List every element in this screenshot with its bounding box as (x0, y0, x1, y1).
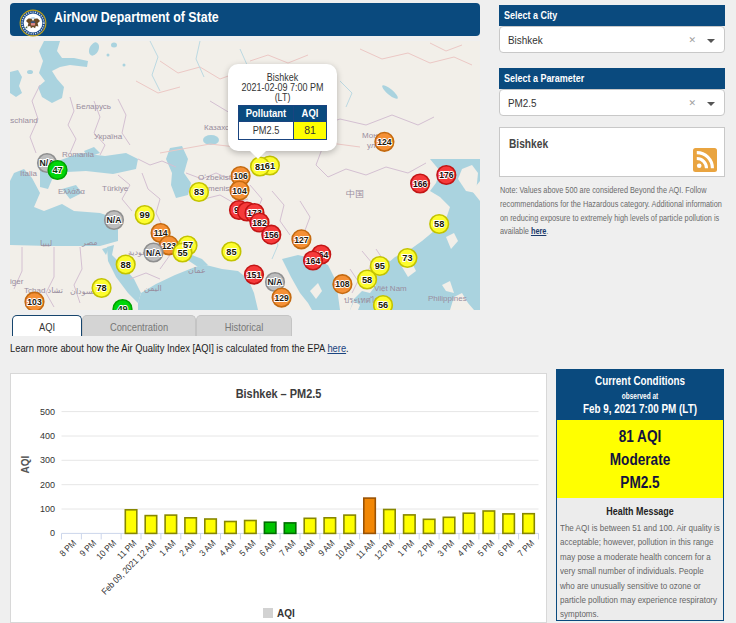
svg-text:78: 78 (96, 283, 106, 293)
svg-text:156: 156 (264, 230, 279, 240)
svg-text:104: 104 (232, 186, 247, 196)
svg-text:中国: 中国 (346, 189, 364, 199)
svg-text:124: 124 (377, 137, 392, 147)
svg-text:81: 81 (255, 162, 265, 172)
svg-text:مصر: مصر (81, 238, 98, 247)
svg-text:49: 49 (117, 304, 127, 310)
svg-text:Ελλάδα: Ελλάδα (58, 187, 85, 196)
svg-text:85: 85 (226, 247, 236, 257)
svg-text:Türkiye: Türkiye (102, 184, 129, 193)
svg-text:127: 127 (294, 235, 309, 245)
svg-text:58: 58 (362, 275, 372, 285)
svg-text:N/A: N/A (146, 248, 161, 258)
svg-text:129: 129 (274, 293, 289, 303)
svg-text:Philippines: Philippines (428, 294, 467, 303)
svg-text:88: 88 (121, 260, 131, 270)
svg-text:73: 73 (402, 253, 412, 263)
svg-text:47: 47 (52, 165, 62, 175)
svg-text:Italia: Italia (20, 169, 37, 178)
svg-text:iger: iger (10, 277, 24, 286)
svg-text:اليمن: اليمن (144, 284, 162, 293)
svg-text:55: 55 (177, 248, 187, 258)
svg-text:ليبيا: ليبيا (40, 239, 52, 248)
svg-text:103: 103 (27, 297, 42, 307)
svg-text:164: 164 (306, 256, 321, 266)
svg-text:99: 99 (140, 210, 150, 220)
svg-text:N/A: N/A (268, 277, 283, 287)
svg-text:Україна: Україна (94, 132, 123, 141)
svg-text:Việt Nam: Việt Nam (374, 284, 407, 293)
svg-text:176: 176 (439, 170, 454, 180)
svg-text:151: 151 (247, 270, 262, 280)
svg-text:95: 95 (375, 261, 385, 271)
svg-text:56: 56 (378, 300, 388, 310)
svg-text:83: 83 (194, 187, 204, 197)
svg-text:Беларусь: Беларусь (76, 102, 111, 111)
svg-text:58: 58 (434, 219, 444, 229)
svg-text:عمان: عمان (188, 266, 206, 275)
svg-text:108: 108 (335, 279, 350, 289)
svg-text:61: 61 (265, 161, 275, 171)
svg-text:Romania: Romania (62, 150, 95, 159)
svg-text:166: 166 (413, 179, 428, 189)
svg-text:182: 182 (252, 218, 267, 228)
svg-text:106: 106 (233, 171, 248, 181)
svg-text:tschland: tschland (10, 116, 38, 125)
svg-text:N/A: N/A (107, 215, 122, 225)
